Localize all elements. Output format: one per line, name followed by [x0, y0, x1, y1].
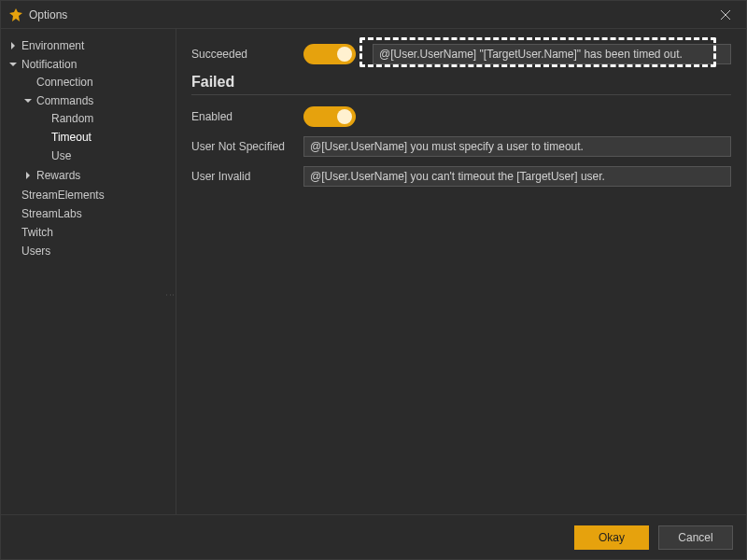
divider [191, 94, 731, 95]
tree-item-environment[interactable]: Environment [8, 36, 172, 55]
tree-item-random[interactable]: Random [38, 109, 172, 128]
chevron-down-icon [23, 96, 33, 105]
window-title: Options [29, 8, 67, 21]
app-icon [8, 7, 23, 22]
toggle-knob [337, 109, 352, 124]
sidebar: Environment Notification [1, 29, 176, 514]
tree-item-rewards[interactable]: Rewards [23, 166, 172, 185]
succeeded-label: Succeeded [191, 48, 303, 61]
user-invalid-input[interactable] [303, 166, 731, 187]
tree-item-notification[interactable]: Notification Connection [8, 55, 172, 186]
ok-button[interactable]: Okay [574, 525, 649, 550]
succeeded-input[interactable] [373, 44, 731, 64]
enabled-row: Enabled [191, 106, 731, 127]
enabled-label: Enabled [191, 110, 303, 123]
failed-section-title: Failed [191, 74, 731, 91]
tree-item-timeout[interactable]: Timeout [38, 128, 172, 147]
tree-item-streamelements[interactable]: StreamElements [8, 186, 172, 204]
user-not-specified-row: User Not Specified [191, 136, 731, 157]
options-window: Options Environment [0, 0, 747, 560]
user-not-specified-input[interactable] [303, 136, 731, 157]
tree-item-use[interactable]: Use [38, 147, 172, 165]
succeeded-toggle[interactable] [303, 44, 356, 64]
content-pane: Succeeded Failed Enabled [176, 29, 746, 514]
chevron-down-icon [8, 60, 18, 69]
tree-item-users[interactable]: Users [8, 242, 172, 260]
toggle-knob [337, 47, 352, 62]
dialog-body: Environment Notification [1, 29, 746, 514]
tree-item-connection[interactable]: Connection [23, 73, 172, 91]
chevron-right-icon [8, 41, 18, 50]
tree-item-twitch[interactable]: Twitch [8, 223, 172, 242]
succeeded-row: Succeeded [191, 44, 731, 64]
nav-tree: Environment Notification [8, 36, 172, 260]
close-icon [721, 10, 730, 20]
titlebar: Options [1, 1, 746, 29]
user-invalid-row: User Invalid [191, 166, 731, 187]
user-invalid-label: User Invalid [191, 170, 303, 183]
user-not-specified-label: User Not Specified [191, 140, 303, 153]
tree-item-streamlabs[interactable]: StreamLabs [8, 204, 172, 223]
cancel-button[interactable]: Cancel [658, 525, 733, 550]
chevron-right-icon [23, 171, 33, 180]
splitter-handle[interactable]: ⋮ [165, 290, 176, 301]
footer: Okay Cancel [1, 514, 746, 559]
close-button[interactable] [705, 1, 746, 29]
enabled-toggle[interactable] [303, 106, 356, 127]
tree-item-commands[interactable]: Commands Random [23, 91, 172, 166]
